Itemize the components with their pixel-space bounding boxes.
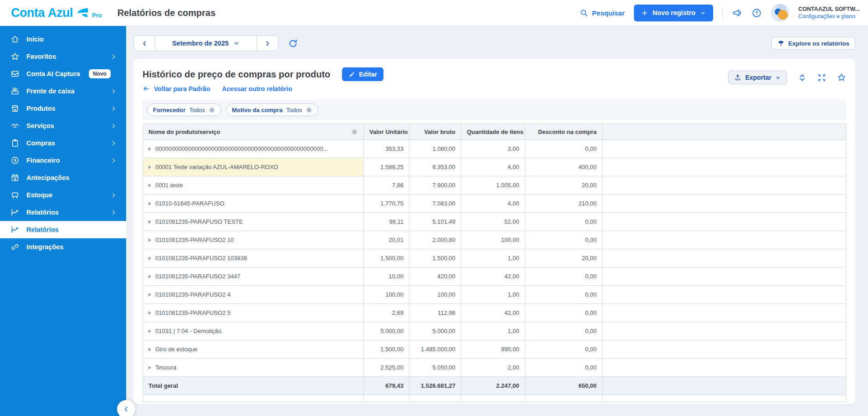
- header-divider: [722, 7, 723, 19]
- qty-cell: 4,00: [461, 158, 525, 176]
- avatar[interactable]: [771, 4, 789, 22]
- expand-row-icon[interactable]: [148, 202, 151, 205]
- product-name: 0101081235-PARAFUSO2 5: [155, 309, 230, 316]
- edit-button[interactable]: Editar: [342, 67, 383, 81]
- column-header-name[interactable]: Nome do produto/serviço: [143, 124, 364, 140]
- product-name-cell: Giro de estoque: [143, 340, 364, 359]
- unit-cell: 2,69: [364, 304, 409, 322]
- home-icon: [10, 35, 20, 44]
- sidebar-item-favoritos[interactable]: Favoritos: [0, 48, 126, 65]
- table-row[interactable]: 0000000000000000000000000000000000000000…: [143, 140, 846, 158]
- table-row[interactable]: 0101081235-PARAFUSO TESTE98,115.101,4952…: [143, 213, 846, 231]
- expand-row-icon[interactable]: [148, 348, 151, 351]
- column-settings-icon[interactable]: [351, 128, 358, 135]
- expand-row-icon[interactable]: [148, 366, 151, 370]
- report-table: Nome do produto/serviçoValor UnitárioVal…: [143, 123, 846, 402]
- total-unit-cell: 679,43: [364, 377, 409, 395]
- table-row[interactable]: 01010-51645-PARAFUSO1.770,757.083,004,00…: [143, 195, 846, 213]
- filler-cell: [602, 304, 846, 322]
- explore-reports-button[interactable]: Explore os relatórios: [771, 37, 855, 50]
- export-button[interactable]: Exportar: [728, 71, 787, 84]
- sidebar-item-frente-de-caixa[interactable]: Frente de caixa: [0, 82, 126, 100]
- contaazul-logo[interactable]: Conta Azul Pro: [11, 6, 102, 20]
- period-next-button[interactable]: [257, 36, 278, 51]
- discount-cell: 0,00: [525, 140, 602, 158]
- table-row[interactable]: Giro de estoque1.500,001.485.000,00990,0…: [143, 340, 846, 359]
- table-row[interactable]: 01031 | 7.04 - Demolição.5.000,005.000,0…: [143, 322, 846, 340]
- new-record-label: Novo registro: [653, 9, 695, 16]
- global-search-button[interactable]: Pesquisar: [580, 9, 625, 17]
- help-icon[interactable]: ?: [751, 8, 762, 18]
- product-name: 0101081235-PARAFUSO2 4: [155, 291, 230, 298]
- gear-icon[interactable]: [306, 107, 312, 113]
- refresh-button[interactable]: [288, 39, 298, 48]
- expand-row-icon[interactable]: [148, 147, 151, 151]
- period-label: Setembro de 2025: [172, 40, 229, 47]
- sidebar-item-financeiro[interactable]: $Financeiro: [0, 152, 126, 169]
- table-row[interactable]: 0101081235-PARAFUSO2 1038381.500,001.500…: [143, 249, 846, 267]
- table-row[interactable]: 0101081235-PARAFUSO2 1020,012.000,80100,…: [143, 231, 846, 249]
- sidebar-item-integracoes[interactable]: Integrações: [0, 238, 126, 256]
- svg-text:$: $: [14, 177, 16, 181]
- access-other-report-link[interactable]: Acessar outro relatório: [222, 85, 292, 92]
- sidebar-item-estoque[interactable]: Estoque: [0, 186, 126, 204]
- filter-chip-fornecedor[interactable]: Fornecedor Todos: [147, 103, 221, 116]
- arrow-left-icon: [143, 85, 150, 92]
- discount-cell: 20,00: [525, 176, 602, 195]
- filter-chip-motivo-da-compra[interactable]: Motivo da compra Todos: [226, 103, 318, 116]
- expand-row-icon[interactable]: [148, 165, 151, 169]
- sidebar-collapse-button[interactable]: [117, 400, 135, 416]
- column-header-2[interactable]: Valor bruto: [409, 124, 461, 140]
- expand-row-icon[interactable]: [148, 311, 151, 315]
- unit-cell: 353,33: [364, 140, 409, 158]
- favorite-star-button[interactable]: [837, 73, 846, 82]
- sidebar-item-relatorios-ativo[interactable]: Relatórios: [0, 221, 126, 238]
- back-to-default-link[interactable]: Voltar para Padrão: [143, 85, 210, 92]
- sidebar-item-relatorios[interactable]: Relatórios: [0, 204, 126, 221]
- product-name-cell: 01031 | 7.04 - Demolição.: [143, 322, 364, 340]
- expand-row-icon[interactable]: [148, 329, 151, 333]
- fullscreen-button[interactable]: [817, 73, 826, 82]
- column-header-3[interactable]: Quantidade de itens: [461, 124, 525, 140]
- new-record-button[interactable]: Novo registro: [634, 5, 713, 21]
- access-other-report-label: Acessar outro relatório: [222, 85, 292, 92]
- product-name: 01031 | 7.04 - Demolição.: [155, 328, 223, 334]
- table-row[interactable]: 0101081235-PARAFUSO2 52,69112,9842,000,0…: [143, 304, 846, 322]
- table-row[interactable]: 0001 teste7,867.900,001.005,0020,00: [143, 176, 846, 195]
- expand-row-icon[interactable]: [148, 220, 151, 224]
- dollar-circle-icon: $: [10, 156, 20, 165]
- table-row[interactable]: Tesoura2.525,005.050,002,000,00: [143, 359, 846, 377]
- expand-row-icon[interactable]: [148, 238, 151, 242]
- gear-icon[interactable]: [209, 107, 215, 113]
- qty-cell: 1,00: [461, 249, 525, 267]
- qty-cell: 1,00: [461, 286, 525, 304]
- total-row: Total geral679,431.526.681,272.247,00650…: [143, 377, 846, 395]
- table-row[interactable]: 00001 Teste variação AZUL-AMARELO-ROXO1.…: [143, 158, 846, 176]
- table-row[interactable]: 0101081235-PARAFUSO2 4100,00100,001,000,…: [143, 286, 846, 304]
- product-name-cell: 0101081235-PARAFUSO2 5: [143, 304, 364, 322]
- discount-cell: 0,00: [525, 267, 602, 286]
- megaphone-icon[interactable]: [732, 8, 742, 18]
- column-header-1[interactable]: Valor Unitário: [364, 124, 409, 140]
- expand-row-icon[interactable]: [148, 275, 151, 278]
- expand-row-icon[interactable]: [148, 184, 151, 187]
- sidebar-item-compras[interactable]: Compras: [0, 134, 126, 152]
- chevron-right-icon: [109, 121, 118, 130]
- sidebar-item-servicos[interactable]: Serviços: [0, 117, 126, 134]
- sidebar-item-inicio[interactable]: Início: [0, 31, 126, 48]
- settings-and-plan-link[interactable]: Configurações e plano: [798, 13, 860, 20]
- unfold-rows-button[interactable]: [798, 73, 807, 82]
- expand-row-icon[interactable]: [148, 293, 151, 297]
- gross-cell: 1.060,00: [409, 140, 461, 158]
- period-select[interactable]: Setembro de 2025: [155, 36, 257, 51]
- column-header-4[interactable]: Desconto na compra: [525, 124, 602, 140]
- filter-value: Todos: [189, 107, 205, 113]
- edit-label: Editar: [359, 71, 377, 78]
- period-prev-button[interactable]: [134, 36, 155, 51]
- sidebar-item-antecipacoes[interactable]: $Antecipações: [0, 169, 126, 186]
- expand-row-icon[interactable]: [148, 257, 151, 260]
- sidebar-item-conta-ai-captura[interactable]: Conta AI CapturaNovo: [0, 65, 126, 82]
- table-row[interactable]: 0101081235-PARAFUSO2 344710,00420,0042,0…: [143, 267, 846, 286]
- sidebar-item-produtos[interactable]: Produtos: [0, 100, 126, 117]
- filler-cell: [602, 340, 846, 359]
